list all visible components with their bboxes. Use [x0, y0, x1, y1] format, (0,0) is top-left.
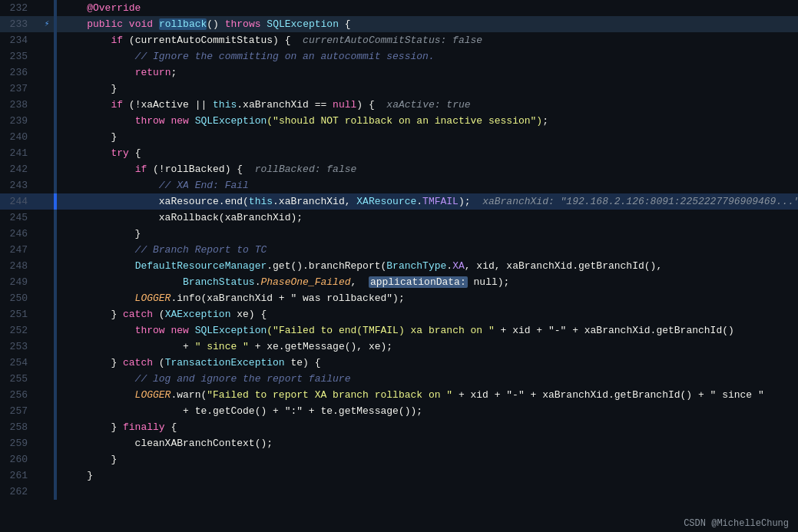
param-hint-token: currentAutoCommitStatus: false: [303, 35, 482, 46]
plain-token: );: [459, 196, 482, 207]
code-content: } catch (XAException xe) {: [57, 306, 798, 322]
code-line: 254 } catch (TransactionException te) {: [0, 355, 798, 371]
code-line: 233⚡ public void rollback() throws SQLEx…: [0, 16, 798, 32]
code-content: return;: [57, 64, 798, 81]
plain-token: }: [63, 421, 123, 433]
plain-token: .get().branchReport(: [267, 260, 386, 272]
gutter-icon: [40, 81, 54, 97]
code-content: BranchStatus.PhaseOne_Failed, applicatio…: [57, 274, 798, 290]
gutter-icon: [40, 435, 54, 451]
class-name-token: XAException: [165, 309, 231, 320]
code-line: 251 } catch (XAException xe) {: [0, 306, 798, 322]
plain-token: xaRollback(xaBranchXid);: [63, 212, 303, 223]
code-content: if (!rollBacked) { rollBacked: false: [57, 161, 798, 177]
line-number: 243: [0, 177, 40, 193]
gutter-icon: [40, 129, 54, 145]
code-content: }: [57, 81, 798, 97]
plain-token: }: [63, 470, 93, 481]
code-line: 256 LOGGER.warn("Failed to report XA bra…: [0, 387, 798, 403]
line-number: 236: [0, 64, 40, 81]
kw-token: if: [111, 35, 123, 46]
code-content: LOGGER.info(xaBranchXid + " was rollback…: [57, 290, 798, 306]
class-name-token: BranchType: [386, 260, 446, 272]
code-content: // XA End: Fail: [57, 177, 798, 193]
kw-token: if: [135, 164, 147, 175]
class-name-token: SQLException: [195, 325, 267, 336]
gutter-icon: [40, 226, 54, 242]
plain-token: [63, 164, 135, 175]
plain-token: [153, 18, 159, 30]
code-line: 257 + te.getCode() + ":" + te.getMessage…: [0, 403, 798, 419]
code-line: 239 throw new SQLException("should NOT r…: [0, 113, 798, 129]
gutter-icon: [40, 32, 54, 48]
code-line: 232 @Override: [0, 0, 798, 16]
gutter-icon: [40, 242, 54, 258]
plain-token: }: [63, 131, 117, 143]
param-hint-token: xaActive: true: [386, 99, 470, 111]
code-content: // Ignore the committing on an autocommi…: [57, 48, 798, 64]
line-number: 258: [0, 419, 40, 435]
code-line: 245 xaRollback(xaBranchXid);: [0, 210, 798, 226]
line-number: 244: [0, 193, 40, 210]
code-line: 234 if (currentAutoCommitStatus) { curre…: [0, 32, 798, 48]
line-number: 233: [0, 16, 40, 32]
gutter-icon: [40, 97, 54, 113]
code-content: + te.getCode() + ":" + te.getMessage());: [57, 403, 798, 419]
line-number: 247: [0, 242, 40, 258]
code-line: 252 throw new SQLException("Failed to en…: [0, 322, 798, 339]
plain-token: }: [63, 357, 123, 368]
code-content: + " since " + xe.getMessage(), xe);: [57, 339, 798, 355]
logger-token: LOGGER: [63, 292, 171, 304]
gutter-icon: [40, 355, 54, 371]
line-number: 249: [0, 274, 40, 290]
code-content: } catch (TransactionException te) {: [57, 355, 798, 371]
plain-token: [189, 325, 195, 336]
code-line: 258 } finally {: [0, 419, 798, 435]
kw-token: return: [135, 67, 171, 78]
line-number: 234: [0, 32, 40, 48]
const-token: XA: [452, 260, 465, 272]
plain-token: [63, 115, 135, 127]
gutter-icon: [40, 290, 54, 306]
plain-token: + te.getCode() + ":" + te.getMessage());: [63, 405, 422, 417]
line-number: 242: [0, 161, 40, 177]
code-content: }: [57, 451, 798, 468]
code-content: LOGGER.warn("Failed to report XA branch …: [57, 387, 798, 403]
line-number: 232: [0, 0, 40, 16]
code-editor: 232 @Override233⚡ public void rollback()…: [0, 0, 798, 532]
plain-token: ;: [171, 67, 177, 78]
line-number: 248: [0, 258, 40, 274]
gutter-icon: [40, 48, 54, 64]
logger-token: PhaseOne_Failed: [260, 276, 350, 288]
code-line: 237 }: [0, 81, 798, 97]
code-content: @Override: [57, 0, 798, 16]
code-line: 235 // Ignore the committing on an autoc…: [0, 48, 798, 64]
gutter-icon: [40, 451, 54, 468]
kw-token: new: [171, 115, 188, 127]
plain-token: [63, 325, 135, 336]
kw2-token: this: [249, 196, 273, 207]
kw-token: public: [87, 18, 123, 30]
kw-token: throw: [135, 325, 165, 336]
code-line: 250 LOGGER.info(xaBranchXid + " was roll…: [0, 290, 798, 306]
bottom-credit: CSDN @MichelleChung: [674, 515, 798, 532]
code-content: if (currentAutoCommitStatus) { currentAu…: [57, 32, 798, 48]
code-content: cleanXABranchContext();: [57, 435, 798, 451]
code-line: 249 BranchStatus.PhaseOne_Failed, applic…: [0, 274, 798, 290]
code-content: DefaultResourceManager.get().branchRepor…: [57, 258, 798, 274]
line-number: 241: [0, 145, 40, 161]
code-content: try {: [57, 145, 798, 161]
code-content: } finally {: [57, 419, 798, 435]
kw-token: if: [111, 99, 123, 111]
logger-token: LOGGER: [63, 389, 171, 401]
annotation-token: @Override: [63, 2, 141, 14]
str-token: ("Failed to end(TMFAIL) xa branch on ": [267, 325, 494, 336]
plain-token: .info(xaBranchXid + " was rollbacked");: [171, 292, 404, 304]
highlight-box: applicationData:: [369, 276, 468, 288]
gutter-icon: [40, 387, 54, 403]
const-token: TMFAIL: [422, 196, 459, 207]
gutter-icon: [40, 258, 54, 274]
comment-token: // log and ignore the report failure: [63, 373, 350, 385]
code-content: }: [57, 226, 798, 242]
code-content: xaResource.end(this.xaBranchXid, XAResou…: [57, 193, 798, 210]
